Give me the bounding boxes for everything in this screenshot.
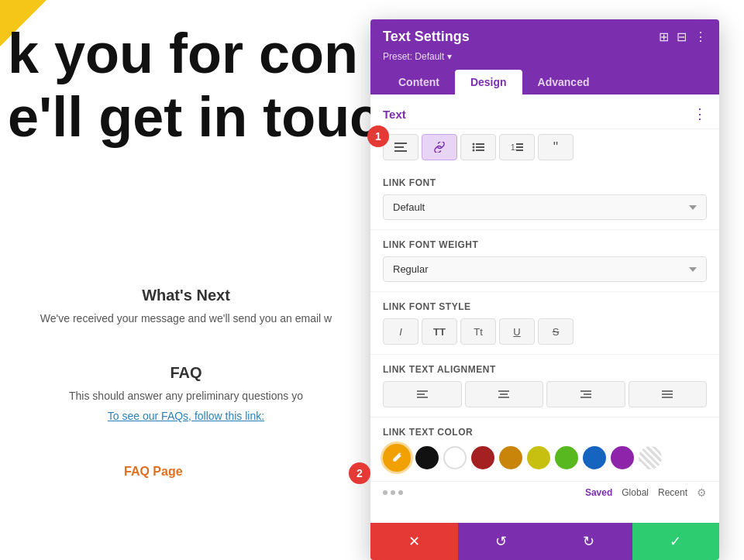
color-swatch-white[interactable] xyxy=(443,446,467,469)
style-tt2-btn[interactable]: Tt xyxy=(460,318,496,345)
svg-rect-19 xyxy=(580,390,591,392)
headline-line2: e'll get in touc xyxy=(0,85,381,149)
more-icon[interactable]: ⋮ xyxy=(694,29,707,44)
link-font-weight-select[interactable]: Regular xyxy=(383,256,707,282)
style-underline-btn[interactable]: U xyxy=(499,318,535,345)
svg-rect-0 xyxy=(394,143,407,144)
align-justify-btn[interactable] xyxy=(629,381,708,407)
toolbar-link-btn[interactable] xyxy=(422,134,457,160)
cancel-button[interactable]: ✕ xyxy=(370,523,458,560)
svg-rect-18 xyxy=(498,397,509,398)
svg-rect-14 xyxy=(417,393,425,395)
color-edit-button[interactable] xyxy=(383,444,411,472)
color-dots xyxy=(383,490,403,495)
link-font-style-label: Link Font Style xyxy=(383,301,707,312)
style-italic-btn[interactable]: I xyxy=(383,318,418,345)
link-font-style-section: Link Font Style I TT Tt U S xyxy=(370,292,719,355)
font-style-buttons: I TT Tt U S xyxy=(383,318,707,345)
dot-3 xyxy=(398,490,403,495)
svg-rect-8 xyxy=(476,149,484,151)
redo-button[interactable]: ↻ xyxy=(545,523,632,560)
toolbar-list-ul-btn[interactable] xyxy=(460,134,496,160)
faq-section: FAQ This should answer any preliminary q… xyxy=(0,364,372,430)
color-swatch-red[interactable] xyxy=(471,446,494,469)
link-text-color-section: Link Text Color xyxy=(370,417,719,482)
faq-text: This should answer any preliminary quest… xyxy=(0,390,372,402)
toolbar-quote-btn[interactable]: " xyxy=(538,134,574,160)
whats-next-text: We've received your message and we'll se… xyxy=(0,312,372,325)
link-font-weight-label: Link Font Weight xyxy=(383,239,707,250)
global-tab[interactable]: Global xyxy=(622,487,649,498)
link-text-color-label: Link Text Color xyxy=(383,427,707,438)
svg-point-7 xyxy=(473,149,475,152)
layout-icon[interactable]: ⊟ xyxy=(677,29,687,44)
undo-button[interactable]: ↺ xyxy=(458,523,546,560)
toolbar-list-ol-btn[interactable]: 1. xyxy=(499,134,535,160)
panel-header-icons: ⊞ ⊟ ⋮ xyxy=(659,29,707,44)
tab-advanced[interactable]: Advanced xyxy=(522,70,605,94)
color-swatch-yellow[interactable] xyxy=(527,446,550,469)
color-picker-row xyxy=(383,444,707,472)
svg-rect-10 xyxy=(516,143,523,145)
badge-1: 1 xyxy=(367,125,389,147)
dot-2 xyxy=(391,490,395,495)
svg-rect-24 xyxy=(662,397,673,398)
align-right-btn[interactable] xyxy=(546,381,625,407)
color-swatch-blue[interactable] xyxy=(583,446,606,469)
panel-header: Text Settings ⊞ ⊟ ⋮ Preset: Default Cont… xyxy=(370,19,719,94)
text-settings-panel: Text Settings ⊞ ⊟ ⋮ Preset: Default Cont… xyxy=(370,19,719,560)
link-text-align-section: Link Text Alignment xyxy=(370,355,719,417)
align-center-btn[interactable] xyxy=(465,381,544,407)
color-swatch-black[interactable] xyxy=(415,446,439,469)
svg-rect-1 xyxy=(394,146,404,148)
color-swatch-orange[interactable] xyxy=(499,446,522,469)
svg-rect-4 xyxy=(476,143,484,145)
link-text-align-label: Link Text Alignment xyxy=(383,364,707,375)
link-font-weight-section: Link Font Weight Regular xyxy=(370,230,719,292)
color-swatch-green[interactable] xyxy=(555,446,578,469)
tab-content[interactable]: Content xyxy=(383,70,455,94)
whats-next-section: What's Next We've received your message … xyxy=(0,287,372,340)
svg-rect-13 xyxy=(417,390,428,392)
save-button[interactable]: ✓ xyxy=(632,523,720,560)
svg-rect-21 xyxy=(580,397,591,398)
link-font-select[interactable]: Default xyxy=(383,194,707,220)
color-footer-tabs: Saved Global Recent ⚙ xyxy=(585,486,707,499)
expand-icon[interactable]: ⊞ xyxy=(659,29,669,44)
section-title: Text xyxy=(383,108,406,121)
tab-design[interactable]: Design xyxy=(455,70,522,94)
link-font-section: Link Font Default xyxy=(370,168,719,230)
recent-tab[interactable]: Recent xyxy=(658,487,687,498)
section-more-icon[interactable]: ⋮ xyxy=(693,105,707,122)
align-buttons xyxy=(383,381,707,407)
text-toolbar: 1. " xyxy=(370,129,719,168)
svg-rect-20 xyxy=(584,393,591,395)
color-settings-gear-icon[interactable]: ⚙ xyxy=(697,486,707,499)
svg-rect-17 xyxy=(500,393,508,395)
svg-rect-11 xyxy=(516,146,523,148)
svg-rect-23 xyxy=(662,393,673,395)
svg-rect-6 xyxy=(476,146,484,148)
section-header: Text ⋮ xyxy=(370,94,719,129)
headline-line1: k you for con xyxy=(0,23,358,84)
svg-rect-22 xyxy=(662,390,673,392)
link-font-label: Link Font xyxy=(383,177,707,188)
svg-rect-16 xyxy=(498,390,509,392)
panel-footer: ✕ ↺ ↻ ✓ xyxy=(370,523,719,560)
color-swatch-purple[interactable] xyxy=(611,446,634,469)
style-strike-btn[interactable]: S xyxy=(538,318,574,345)
color-footer: Saved Global Recent ⚙ xyxy=(370,482,719,505)
align-left-btn[interactable] xyxy=(383,381,462,407)
panel-header-top: Text Settings ⊞ ⊟ ⋮ xyxy=(383,29,707,45)
svg-rect-15 xyxy=(417,397,428,398)
preset-selector[interactable]: Preset: Default xyxy=(383,51,707,62)
svg-rect-12 xyxy=(516,149,523,151)
style-tt-btn[interactable]: TT xyxy=(422,318,457,345)
svg-rect-2 xyxy=(394,150,407,152)
color-swatch-none[interactable] xyxy=(639,446,662,469)
panel-tabs: Content Design Advanced xyxy=(383,70,707,94)
whats-next-title: What's Next xyxy=(0,287,372,304)
faq-page-link[interactable]: FAQ Page xyxy=(124,465,183,479)
section-header-left: Text xyxy=(383,108,406,121)
saved-tab[interactable]: Saved xyxy=(585,487,612,498)
